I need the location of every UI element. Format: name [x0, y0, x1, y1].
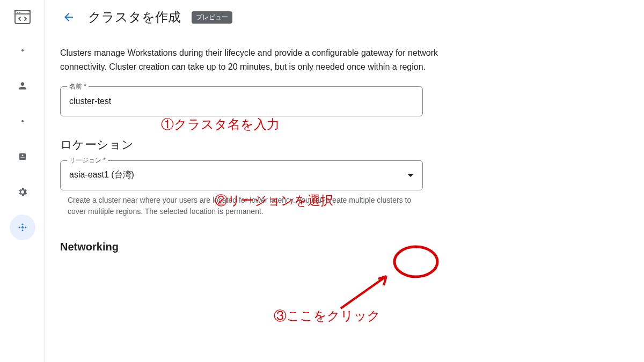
region-select[interactable]: リージョン * asia-east1 (台湾) — [60, 160, 423, 190]
sidebar-item-storage[interactable] — [10, 144, 35, 169]
header: クラスタを作成 プレビュー — [60, 9, 644, 26]
networking-title: Networking — [60, 241, 119, 253]
svg-point-3 — [19, 12, 20, 13]
page-title: クラスタを作成 — [88, 9, 181, 26]
description-text: Clusters manage Workstations during thei… — [60, 46, 447, 75]
preview-badge: プレビュー — [192, 11, 232, 24]
svg-point-9 — [21, 230, 23, 231]
cluster-icon — [17, 222, 28, 233]
chevron-down-icon — [410, 241, 423, 254]
svg-point-6 — [21, 154, 23, 156]
svg-rect-4 — [19, 153, 26, 160]
storage-icon — [18, 152, 27, 161]
arrow-left-icon — [62, 11, 75, 24]
svg-point-2 — [17, 12, 18, 13]
name-field[interactable]: 名前 * — [60, 86, 423, 116]
name-input[interactable] — [69, 97, 414, 106]
product-logo-icon[interactable] — [12, 6, 33, 28]
svg-point-8 — [21, 224, 23, 225]
name-label: 名前 * — [67, 82, 89, 91]
sidebar-item-person[interactable] — [10, 73, 35, 99]
svg-point-7 — [21, 226, 23, 228]
back-button[interactable] — [60, 9, 77, 26]
form: Clusters manage Workstations during thei… — [60, 46, 447, 254]
region-helper-text: Create a cluster near where your users a… — [60, 195, 423, 217]
gear-icon — [17, 187, 28, 197]
svg-point-11 — [25, 227, 26, 228]
dropdown-caret-icon — [407, 174, 414, 177]
location-section-title: ロケーション — [60, 137, 447, 153]
sidebar-item-settings[interactable] — [10, 179, 35, 205]
sidebar-item-1[interactable] — [10, 38, 35, 63]
sidebar-item-cluster[interactable] — [10, 215, 35, 240]
region-label: リージョン * — [67, 156, 108, 165]
main-content: クラスタを作成 プレビュー Clusters manage Workstatio… — [45, 0, 644, 362]
region-value: asia-east1 (台湾) — [69, 169, 407, 181]
networking-expand[interactable]: Networking — [60, 241, 423, 254]
sidebar — [0, 0, 45, 362]
svg-point-10 — [18, 227, 20, 228]
sidebar-item-3[interactable] — [10, 108, 35, 134]
svg-rect-5 — [20, 158, 25, 159]
person-icon — [17, 80, 28, 91]
